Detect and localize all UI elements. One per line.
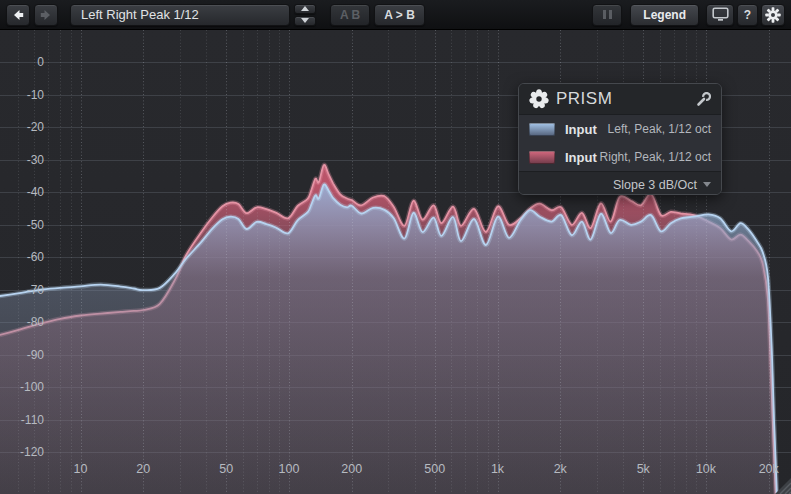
db-tick-label: -20 [0, 119, 44, 135]
window-resize-grip[interactable] [774, 477, 791, 494]
freq-tick-label: 2k [554, 462, 567, 476]
freq-tick-label: 5k [637, 462, 650, 476]
right-channel-swatch [529, 151, 555, 164]
preset-step-down-button[interactable] [294, 16, 316, 26]
slope-selector-label: Slope 3 dB/Oct [613, 178, 697, 192]
db-tick-label: -40 [0, 184, 44, 200]
db-tick-label: -120 [0, 444, 44, 460]
freq-tick-label: 200 [341, 462, 362, 476]
legend-row-left-input[interactable]: Input Left, Peak, 1/12 oct [519, 115, 721, 143]
freq-tick-label: 100 [279, 462, 300, 476]
up-triangle-icon [301, 6, 309, 11]
legend-row-name: Input [565, 122, 597, 137]
freq-tick-label: 10 [74, 462, 88, 476]
left-channel-swatch [529, 123, 555, 136]
db-tick-label: -60 [0, 249, 44, 265]
preset-selector-value: Left Right Peak 1/12 [81, 7, 199, 22]
gear-icon [765, 7, 781, 23]
preset-step-up-button[interactable] [294, 4, 316, 14]
settings-button[interactable] [761, 4, 785, 26]
pause-icon [603, 10, 612, 19]
db-tick-label: -30 [0, 152, 44, 168]
db-tick-label: -100 [0, 379, 44, 395]
db-tick-label: -80 [0, 314, 44, 330]
db-tick-label: -50 [0, 217, 44, 233]
down-triangle-icon [301, 18, 309, 23]
monitor-icon [712, 7, 729, 22]
legend-toggle-button[interactable]: Legend [630, 4, 699, 26]
legend-row-name: Input [565, 150, 597, 165]
db-tick-label: -10 [0, 87, 44, 103]
back-arrow-icon [10, 7, 26, 23]
panel-title: PRISM [556, 89, 612, 109]
legend-panel-body: Input Left, Peak, 1/12 oct Input Right, … [519, 115, 721, 171]
ab-compare-button[interactable]: A B [330, 4, 370, 26]
slope-dropdown-arrow-icon [703, 182, 711, 187]
a-to-b-copy-button[interactable]: A > B [374, 4, 425, 26]
preset-selector[interactable]: Left Right Peak 1/12 [70, 4, 290, 26]
wrench-icon [696, 92, 711, 107]
legend-row-right-input[interactable]: Input Right, Peak, 1/12 oct [519, 143, 721, 171]
toolbar-right-group: Legend ? [592, 4, 785, 26]
spectrum-display[interactable]: 0-10-20-30-40-50-60-70-80-90-100-110-120… [0, 30, 791, 494]
freq-tick-label: 500 [424, 462, 445, 476]
forward-arrow-icon [38, 7, 54, 23]
forward-button[interactable] [34, 4, 58, 26]
db-tick-label: -110 [0, 412, 44, 428]
back-button[interactable] [6, 4, 30, 26]
db-tick-label: -90 [0, 347, 44, 363]
preset-stepper [294, 4, 316, 26]
db-tick-label: -70 [0, 282, 44, 298]
legend-panel: PRISM Input Left, Peak, 1/12 oct Input R… [518, 83, 722, 195]
legend-row-detail: Left, Peak, 1/12 oct [608, 122, 711, 136]
db-tick-label: 0 [0, 54, 44, 70]
help-button[interactable]: ? [737, 4, 758, 26]
freq-tick-label: 20k [759, 462, 779, 476]
legend-panel-header: PRISM [519, 84, 721, 115]
toolbar: Left Right Peak 1/12 A B A > B Legend ? [0, 0, 791, 30]
panel-settings-wrench-button[interactable] [696, 92, 711, 107]
freq-tick-label: 20 [136, 462, 150, 476]
legend-row-detail: Right, Peak, 1/12 oct [600, 150, 711, 164]
freq-tick-label: 1k [491, 462, 504, 476]
display-settings-button[interactable] [706, 4, 734, 26]
prism-logo-icon [529, 89, 549, 109]
slope-selector[interactable]: Slope 3 dB/Oct [519, 171, 721, 195]
freq-tick-label: 50 [219, 462, 233, 476]
pause-button[interactable] [592, 4, 622, 26]
freq-tick-label: 10k [696, 462, 716, 476]
